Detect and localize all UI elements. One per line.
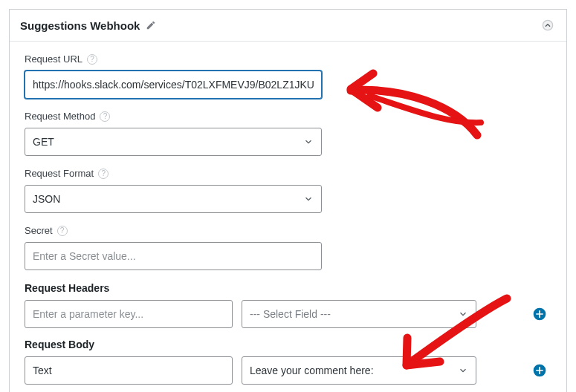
help-icon[interactable]: ? bbox=[57, 226, 68, 236]
chevron-down-icon bbox=[303, 137, 314, 147]
pencil-icon[interactable] bbox=[146, 20, 156, 30]
field-secret: Secret ? bbox=[25, 225, 551, 270]
chevron-down-icon bbox=[303, 194, 314, 204]
secret-label: Secret bbox=[25, 225, 53, 236]
header-field-placeholder: --- Select Field --- bbox=[250, 308, 331, 320]
secret-input[interactable] bbox=[25, 242, 322, 270]
webhook-settings-panel: Suggestions Webhook Request URL ? bbox=[9, 9, 567, 392]
request-body-heading: Request Body bbox=[25, 339, 551, 350]
header-key-input[interactable] bbox=[25, 300, 233, 328]
collapse-button[interactable] bbox=[540, 17, 556, 33]
request-body-row: Leave your comment here: bbox=[25, 356, 551, 385]
field-request-url: Request URL ? bbox=[25, 53, 551, 99]
request-method-label: Request Method bbox=[25, 111, 95, 122]
body-field-value: Leave your comment here: bbox=[250, 365, 374, 376]
panel-header: Suggestions Webhook bbox=[10, 10, 566, 42]
request-format-value: JSON bbox=[33, 193, 60, 205]
add-header-button[interactable] bbox=[532, 307, 547, 321]
request-method-value: GET bbox=[33, 136, 54, 148]
field-request-format: Request Format ? JSON bbox=[25, 168, 551, 213]
svg-point-0 bbox=[543, 20, 552, 30]
panel-body: Request URL ? Request Method ? GET bbox=[10, 42, 566, 392]
field-request-method: Request Method ? GET bbox=[25, 111, 551, 156]
request-headers-heading: Request Headers bbox=[25, 282, 551, 294]
chevron-down-icon bbox=[458, 309, 468, 319]
help-icon[interactable]: ? bbox=[100, 111, 110, 122]
chevron-down-icon bbox=[458, 365, 468, 376]
request-method-select[interactable]: GET bbox=[25, 128, 322, 156]
help-icon[interactable]: ? bbox=[98, 169, 109, 179]
request-url-label: Request URL bbox=[25, 53, 82, 65]
request-url-input[interactable] bbox=[25, 71, 322, 99]
request-format-label: Request Format bbox=[25, 168, 94, 179]
request-headers-row: --- Select Field --- bbox=[25, 300, 551, 328]
panel-title: Suggestions Webhook bbox=[20, 19, 156, 32]
add-body-button[interactable] bbox=[532, 363, 547, 378]
request-format-select[interactable]: JSON bbox=[25, 185, 322, 213]
header-field-select[interactable]: --- Select Field --- bbox=[242, 300, 476, 328]
body-key-input[interactable] bbox=[25, 356, 233, 385]
help-icon[interactable]: ? bbox=[87, 54, 97, 65]
panel-title-text: Suggestions Webhook bbox=[20, 19, 140, 32]
body-field-select[interactable]: Leave your comment here: bbox=[242, 356, 476, 385]
